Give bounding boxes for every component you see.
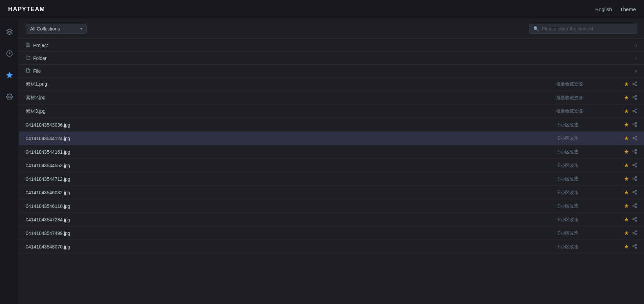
language-switcher[interactable]: English — [595, 6, 612, 12]
star-icon[interactable]: ★ — [624, 203, 629, 209]
share-icon[interactable] — [632, 244, 637, 250]
file-chevron-icon: ∨ — [634, 69, 637, 73]
svg-point-69 — [633, 245, 634, 247]
svg-point-23 — [635, 122, 637, 124]
table-row[interactable]: 04141043546110.jpg 旧小区改造 ★ — [19, 199, 644, 213]
share-icon[interactable] — [632, 108, 637, 114]
svg-line-52 — [634, 191, 635, 192]
sidebar-item-history[interactable] — [3, 47, 16, 60]
file-list: Project › Folder › — [19, 39, 644, 304]
topnav-right: English Theme — [595, 6, 636, 12]
table-row[interactable]: 04141043544553.jpg 旧小区改造 ★ — [19, 159, 644, 172]
star-icon[interactable]: ★ — [624, 94, 629, 101]
svg-marker-2 — [6, 72, 12, 78]
star-icon[interactable]: ★ — [624, 108, 629, 114]
section-file[interactable]: File ∨ — [19, 65, 644, 78]
svg-point-15 — [635, 98, 637, 100]
star-icon[interactable]: ★ — [624, 176, 629, 182]
share-icon[interactable] — [632, 149, 637, 155]
table-row[interactable]: 04141043548070.jpg 旧小区改造 ★ — [19, 240, 644, 254]
table-row[interactable]: 素材3.jpg 批量收藏资源 ★ — [19, 105, 644, 118]
svg-point-60 — [635, 220, 637, 221]
svg-line-42 — [634, 164, 635, 165]
star-icon[interactable]: ★ — [624, 189, 629, 196]
file-actions: ★ — [624, 162, 637, 169]
svg-line-72 — [634, 245, 635, 246]
svg-point-10 — [635, 85, 637, 86]
svg-point-53 — [635, 203, 637, 205]
sidebar-item-favorites[interactable] — [3, 69, 16, 81]
table-row[interactable]: 04141043546032.jpg 旧小区改造 ★ — [19, 186, 644, 199]
svg-line-71 — [634, 246, 635, 247]
svg-rect-6 — [26, 45, 28, 46]
svg-point-63 — [635, 231, 637, 232]
file-icon — [26, 68, 30, 74]
star-icon[interactable]: ★ — [624, 135, 629, 142]
file-name: 04141043546110.jpg — [26, 203, 556, 209]
collections-dropdown[interactable]: All Collections ▾ — [26, 24, 87, 34]
chevron-down-icon: ▾ — [80, 26, 82, 31]
grid-icon — [26, 42, 30, 48]
share-icon[interactable] — [632, 95, 637, 101]
search-icon: 🔍 — [533, 26, 539, 31]
sidebar-item-layers[interactable] — [3, 26, 16, 38]
share-icon[interactable] — [632, 190, 637, 196]
file-name: 素材1.png — [26, 81, 556, 87]
file-name: 素材3.jpg — [26, 108, 556, 114]
section-folder[interactable]: Folder › — [19, 52, 644, 65]
table-row[interactable]: 04141043547284.jpg 旧小区改造 ★ — [19, 213, 644, 226]
star-icon[interactable]: ★ — [624, 243, 629, 250]
file-name: 04141043547284.jpg — [26, 217, 556, 222]
svg-point-14 — [633, 96, 634, 98]
table-row[interactable]: 04141043544124.jpg 旧小区改造 ★ — [19, 132, 644, 145]
svg-point-38 — [635, 163, 637, 164]
theme-switcher[interactable]: Theme — [620, 6, 636, 12]
table-row[interactable]: 04141043543036.jpg 旧小区改造 ★ — [19, 118, 644, 132]
star-icon[interactable]: ★ — [624, 122, 629, 128]
svg-point-65 — [635, 234, 637, 235]
file-collection: 旧小区改造 — [556, 244, 624, 250]
star-icon[interactable]: ★ — [624, 230, 629, 236]
file-actions: ★ — [624, 230, 637, 236]
svg-line-47 — [634, 177, 635, 178]
collections-label: All Collections — [30, 26, 60, 31]
file-actions: ★ — [624, 149, 637, 155]
folder-icon — [26, 55, 30, 61]
table-row[interactable]: 04141043544161.jpg 旧小区改造 ★ — [19, 145, 644, 159]
share-icon[interactable] — [632, 230, 637, 236]
table-row[interactable]: 素材2.jpg 批量收藏资源 ★ — [19, 91, 644, 105]
star-icon[interactable]: ★ — [624, 162, 629, 169]
share-icon[interactable] — [632, 176, 637, 182]
table-row[interactable]: 素材1.png 批量收藏资源 ★ — [19, 78, 644, 91]
table-row[interactable]: 04141043547499.jpg 旧小区改造 ★ — [19, 226, 644, 240]
share-icon[interactable] — [632, 203, 637, 209]
file-name: 04141043544124.jpg — [26, 136, 556, 141]
svg-point-33 — [635, 149, 637, 151]
svg-line-41 — [634, 165, 635, 166]
svg-point-40 — [635, 166, 637, 167]
share-icon[interactable] — [632, 81, 637, 87]
share-icon[interactable] — [632, 135, 637, 142]
share-icon[interactable] — [632, 122, 637, 128]
file-name: 04141043544553.jpg — [26, 163, 556, 168]
share-icon[interactable] — [632, 217, 637, 223]
svg-point-18 — [635, 109, 637, 110]
svg-point-48 — [635, 190, 637, 191]
folder-chevron-icon: › — [636, 56, 637, 61]
svg-point-9 — [633, 83, 634, 84]
star-icon[interactable]: ★ — [624, 216, 629, 223]
file-actions: ★ — [624, 216, 637, 223]
svg-line-51 — [634, 192, 635, 193]
star-icon[interactable]: ★ — [624, 149, 629, 155]
share-icon[interactable] — [632, 162, 637, 169]
star-icon[interactable]: ★ — [624, 81, 629, 87]
section-project[interactable]: Project › — [19, 39, 644, 52]
section-folder-label: Folder — [33, 56, 47, 61]
file-actions: ★ — [624, 176, 637, 182]
table-row[interactable]: 04141043544712.jpg 旧小区改造 ★ — [19, 172, 644, 186]
svg-line-66 — [634, 233, 635, 234]
sidebar-item-settings[interactable] — [3, 91, 16, 103]
search-input[interactable] — [542, 26, 633, 31]
svg-point-20 — [635, 112, 637, 113]
svg-line-17 — [634, 96, 635, 97]
